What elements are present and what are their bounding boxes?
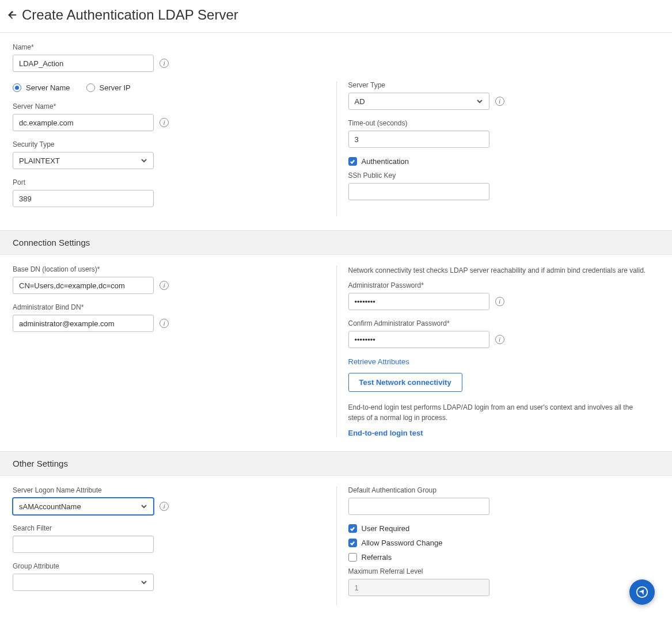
timeout-label: Time-out (seconds) <box>348 119 648 127</box>
group-attr-label: Group Attribute <box>13 562 325 570</box>
user-required-label: User Required <box>362 524 410 533</box>
admin-password-input[interactable] <box>348 293 489 310</box>
network-help-text: Network connectivity test checks LDAP se… <box>348 265 648 276</box>
logon-attr-value: sAMAccountName <box>19 502 81 511</box>
name-input[interactable] <box>13 55 154 72</box>
radio-icon <box>13 83 21 92</box>
chevron-down-icon <box>141 503 147 510</box>
port-label: Port <box>13 178 325 186</box>
confirm-admin-password-input[interactable] <box>348 331 489 348</box>
base-dn-label: Base DN (location of users)* <box>13 265 325 273</box>
search-filter-input[interactable] <box>13 536 154 553</box>
server-type-value: AD <box>355 97 365 106</box>
referrals-checkbox[interactable]: Referrals <box>348 553 648 562</box>
search-filter-label: Search Filter <box>13 524 325 532</box>
logon-attr-label: Server Logon Name Attribute <box>13 486 325 494</box>
authentication-label: Authentication <box>362 157 409 166</box>
checkbox-icon <box>348 524 357 533</box>
info-icon[interactable]: i <box>495 335 504 344</box>
info-icon[interactable]: i <box>160 59 169 68</box>
referrals-label: Referrals <box>362 553 392 562</box>
authentication-checkbox[interactable]: Authentication <box>348 157 648 166</box>
max-referral-label: Maximum Referral Level <box>348 567 648 575</box>
other-settings-header: Other Settings <box>0 451 672 476</box>
server-name-input[interactable] <box>13 114 154 131</box>
admin-password-label: Administrator Password* <box>348 281 648 289</box>
chevron-down-icon <box>476 98 483 105</box>
e2e-login-test-link[interactable]: End-to-end login test <box>348 429 648 437</box>
radio-icon <box>86 83 95 92</box>
connection-settings-header: Connection Settings <box>0 230 672 255</box>
page-title: Create Authentication LDAP Server <box>22 7 238 23</box>
security-type-value: PLAINTEXT <box>19 157 60 165</box>
retrieve-attributes-link[interactable]: Retrieve Attributes <box>348 357 648 366</box>
info-icon[interactable]: i <box>495 297 504 306</box>
security-type-label: Security Type <box>13 140 325 148</box>
info-icon[interactable]: i <box>495 97 504 106</box>
chevron-down-icon <box>141 579 147 586</box>
port-input[interactable] <box>13 190 154 207</box>
server-type-label: Server Type <box>348 81 648 89</box>
info-icon[interactable]: i <box>160 502 169 511</box>
timeout-input[interactable] <box>348 131 489 148</box>
info-icon[interactable]: i <box>160 319 169 328</box>
allow-password-change-label: Allow Password Change <box>362 539 443 547</box>
max-referral-input[interactable] <box>348 579 489 596</box>
default-auth-group-label: Default Authentication Group <box>348 486 648 494</box>
test-network-button[interactable]: Test Network connectivity <box>348 373 462 392</box>
confirm-admin-password-label: Confirm Administrator Password* <box>348 319 648 327</box>
radio-server-name-label: Server Name <box>26 83 70 92</box>
ssh-public-key-input[interactable] <box>348 183 489 200</box>
back-arrow-icon[interactable] <box>6 9 18 21</box>
info-icon[interactable]: i <box>160 118 169 127</box>
default-auth-group-input[interactable] <box>348 498 489 515</box>
radio-server-ip[interactable]: Server IP <box>86 83 131 92</box>
send-fab-button[interactable] <box>629 579 655 605</box>
admin-bind-dn-input[interactable] <box>13 315 154 332</box>
name-label: Name* <box>13 43 659 51</box>
radio-server-name[interactable]: Server Name <box>13 83 70 92</box>
checkbox-icon <box>348 539 357 547</box>
group-attr-select[interactable] <box>13 574 154 591</box>
chevron-down-icon <box>141 157 147 164</box>
user-required-checkbox[interactable]: User Required <box>348 524 648 533</box>
checkbox-icon <box>348 157 357 166</box>
ssh-public-key-label: SSh Public Key <box>348 171 648 180</box>
logon-attr-select[interactable]: sAMAccountName <box>13 498 154 515</box>
admin-bind-dn-label: Administrator Bind DN* <box>13 303 325 311</box>
e2e-help-text: End-to-end login test performs LDAP/AD l… <box>348 402 648 423</box>
radio-server-ip-label: Server IP <box>100 83 131 92</box>
checkbox-icon <box>348 553 357 562</box>
base-dn-input[interactable] <box>13 277 154 294</box>
server-type-select[interactable]: AD <box>348 93 489 110</box>
info-icon[interactable]: i <box>160 281 169 290</box>
security-type-select[interactable]: PLAINTEXT <box>13 152 154 169</box>
allow-password-change-checkbox[interactable]: Allow Password Change <box>348 539 648 547</box>
server-name-label: Server Name* <box>13 102 325 110</box>
